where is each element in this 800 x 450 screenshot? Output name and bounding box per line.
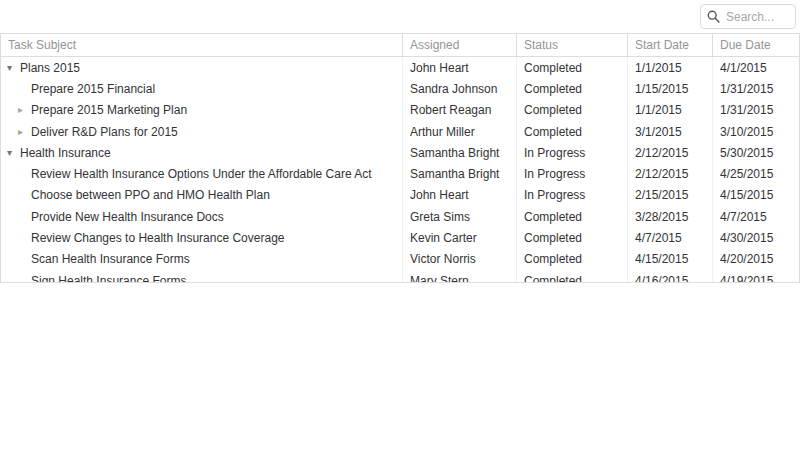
task-subject-cell: ▸Prepare 2015 Marketing Plan <box>1 100 403 121</box>
assigned-cell: Greta Sims <box>403 206 517 227</box>
column-header-task-subject[interactable]: Task Subject <box>1 34 403 56</box>
status-cell: Completed <box>517 227 628 248</box>
task-subject-label: Prepare 2015 Financial <box>31 82 155 96</box>
due-date-cell: 4/7/2015 <box>713 206 799 227</box>
task-subject-label: Plans 2015 <box>20 61 80 75</box>
start-date-cell: 1/1/2015 <box>628 57 713 78</box>
status-cell: Completed <box>517 121 628 142</box>
search-input[interactable] <box>726 10 789 24</box>
status-cell: Completed <box>517 270 628 283</box>
assigned-cell: John Heart <box>403 185 517 206</box>
table-row[interactable]: Sign Health Insurance FormsMary SternCom… <box>1 270 799 283</box>
status-cell: Completed <box>517 57 628 78</box>
task-subject-label: Review Changes to Health Insurance Cover… <box>31 231 284 245</box>
task-subject-cell: Review Health Insurance Options Under th… <box>1 163 403 184</box>
start-date-cell: 1/15/2015 <box>628 78 713 99</box>
task-subject-cell: Prepare 2015 Financial <box>1 78 403 99</box>
table-row[interactable]: ▾Plans 2015John HeartCompleted1/1/20154/… <box>1 57 799 78</box>
assigned-cell: Robert Reagan <box>403 100 517 121</box>
assigned-cell: Mary Stern <box>403 270 517 283</box>
task-subject-cell: ▾Plans 2015 <box>1 57 403 78</box>
task-subject-cell: Choose between PPO and HMO Health Plan <box>1 185 403 206</box>
task-subject-label: Sign Health Insurance Forms <box>31 274 186 283</box>
assigned-cell: Kevin Carter <box>403 227 517 248</box>
table-row[interactable]: ▸Deliver R&D Plans for 2015Arthur Miller… <box>1 121 799 142</box>
due-date-cell: 1/31/2015 <box>713 78 799 99</box>
column-header-due-date[interactable]: Due Date <box>713 34 799 56</box>
start-date-cell: 4/16/2015 <box>628 270 713 283</box>
column-header-status[interactable]: Status <box>517 34 628 56</box>
collapse-icon[interactable]: ▾ <box>7 63 20 73</box>
due-date-cell: 1/31/2015 <box>713 100 799 121</box>
table-row[interactable]: Review Health Insurance Options Under th… <box>1 163 799 184</box>
task-subject-label: Choose between PPO and HMO Health Plan <box>31 188 270 202</box>
task-subject-label: Review Health Insurance Options Under th… <box>31 167 372 181</box>
table-row[interactable]: ▾Health InsuranceSamantha BrightIn Progr… <box>1 142 799 163</box>
start-date-cell: 2/12/2015 <box>628 142 713 163</box>
status-cell: In Progress <box>517 163 628 184</box>
start-date-cell: 4/15/2015 <box>628 249 713 270</box>
assigned-cell: Arthur Miller <box>403 121 517 142</box>
treelist: Task Subject Assigned Status Start Date … <box>0 33 800 283</box>
expand-icon[interactable]: ▸ <box>18 105 31 115</box>
start-date-cell: 1/1/2015 <box>628 100 713 121</box>
task-subject-cell: ▸Deliver R&D Plans for 2015 <box>1 121 403 142</box>
task-subject-label: Provide New Health Insurance Docs <box>31 210 224 224</box>
search-icon <box>707 10 720 23</box>
start-date-cell: 2/12/2015 <box>628 163 713 184</box>
assigned-cell: John Heart <box>403 57 517 78</box>
status-cell: In Progress <box>517 185 628 206</box>
assigned-cell: Samantha Bright <box>403 163 517 184</box>
search-box[interactable] <box>700 4 796 29</box>
collapse-icon[interactable]: ▾ <box>7 148 20 158</box>
task-subject-cell: ▾Health Insurance <box>1 142 403 163</box>
status-cell: Completed <box>517 249 628 270</box>
status-cell: Completed <box>517 100 628 121</box>
table-row[interactable]: Scan Health Insurance FormsVictor Norris… <box>1 249 799 270</box>
expand-icon[interactable]: ▸ <box>18 127 31 137</box>
task-subject-label: Prepare 2015 Marketing Plan <box>31 103 187 117</box>
treelist-body: ▾Plans 2015John HeartCompleted1/1/20154/… <box>1 57 799 283</box>
due-date-cell: 4/25/2015 <box>713 163 799 184</box>
task-subject-label: Deliver R&D Plans for 2015 <box>31 125 178 139</box>
page: Task Subject Assigned Status Start Date … <box>0 0 800 450</box>
due-date-cell: 4/1/2015 <box>713 57 799 78</box>
due-date-cell: 4/15/2015 <box>713 185 799 206</box>
status-cell: Completed <box>517 78 628 99</box>
assigned-cell: Samantha Bright <box>403 142 517 163</box>
table-row[interactable]: Review Changes to Health Insurance Cover… <box>1 227 799 248</box>
table-row[interactable]: ▸Prepare 2015 Marketing PlanRobert Reaga… <box>1 100 799 121</box>
task-subject-cell: Sign Health Insurance Forms <box>1 270 403 283</box>
column-header-assigned[interactable]: Assigned <box>403 34 517 56</box>
start-date-cell: 4/7/2015 <box>628 227 713 248</box>
due-date-cell: 3/10/2015 <box>713 121 799 142</box>
task-subject-cell: Review Changes to Health Insurance Cover… <box>1 227 403 248</box>
table-row[interactable]: Choose between PPO and HMO Health PlanJo… <box>1 185 799 206</box>
table-row[interactable]: Provide New Health Insurance DocsGreta S… <box>1 206 799 227</box>
task-subject-label: Scan Health Insurance Forms <box>31 252 190 266</box>
start-date-cell: 2/15/2015 <box>628 185 713 206</box>
start-date-cell: 3/28/2015 <box>628 206 713 227</box>
assigned-cell: Sandra Johnson <box>403 78 517 99</box>
treelist-header: Task Subject Assigned Status Start Date … <box>1 34 799 57</box>
assigned-cell: Victor Norris <box>403 249 517 270</box>
due-date-cell: 4/19/2015 <box>713 270 799 283</box>
due-date-cell: 4/30/2015 <box>713 227 799 248</box>
due-date-cell: 4/20/2015 <box>713 249 799 270</box>
task-subject-cell: Provide New Health Insurance Docs <box>1 206 403 227</box>
column-header-start-date[interactable]: Start Date <box>628 34 713 56</box>
start-date-cell: 3/1/2015 <box>628 121 713 142</box>
status-cell: Completed <box>517 206 628 227</box>
task-subject-label: Health Insurance <box>20 146 111 160</box>
task-subject-cell: Scan Health Insurance Forms <box>1 249 403 270</box>
due-date-cell: 5/30/2015 <box>713 142 799 163</box>
status-cell: In Progress <box>517 142 628 163</box>
table-row[interactable]: Prepare 2015 FinancialSandra JohnsonComp… <box>1 78 799 99</box>
